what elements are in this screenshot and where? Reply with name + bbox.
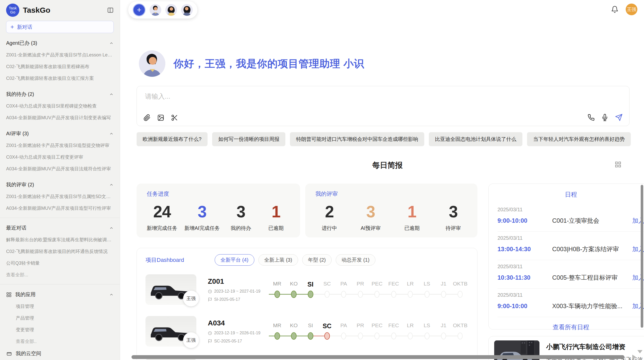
mic-icon[interactable] bbox=[601, 114, 608, 121]
milestone-line bbox=[396, 294, 402, 295]
section-my-review[interactable]: 我的评审 (2) bbox=[6, 180, 114, 190]
chevron-up-icon[interactable] bbox=[109, 92, 114, 97]
milestone-OKTB: OKTB bbox=[452, 322, 469, 340]
flag-icon bbox=[208, 339, 212, 343]
vertical-scrollbar[interactable] bbox=[641, 185, 643, 328]
sidebar-item-cloud-space[interactable]: 我的云空间 bbox=[6, 347, 114, 360]
scroll-right-icon[interactable] bbox=[632, 355, 636, 359]
main-area: + 王强 你好，王强，我是你的项目管理助理 小识 bbox=[120, 0, 644, 360]
message-input[interactable] bbox=[144, 92, 479, 101]
sidebar-item[interactable]: A034-全新新能源MUV产品开发项目法规符合性评审 bbox=[6, 163, 114, 175]
filter-chip-new-platform[interactable]: 全新平台 (4) bbox=[215, 254, 254, 266]
chevron-up-icon[interactable] bbox=[109, 226, 114, 230]
view-all-apps[interactable]: 查看全部.. bbox=[6, 336, 114, 347]
suggestion-chip[interactable]: 当下年轻人对汽车外观有怎样的喜好趋势 bbox=[527, 132, 631, 146]
sidebar-item[interactable]: C02-飞腾新能源轻客改款项目立项汇报方案 bbox=[6, 72, 114, 84]
stat-value: 3 bbox=[357, 202, 385, 221]
sidebar-item[interactable]: Z001-全新燃油轻卡产品开发项目SI造型提交物评审 bbox=[6, 140, 114, 151]
milestone-SC: SC bbox=[319, 281, 335, 298]
suggestion-chip[interactable]: 如何写一份清晰的项目周报 bbox=[212, 132, 285, 146]
stat-label: 新增完成任务 bbox=[147, 225, 177, 232]
filter-chip-powertrain[interactable]: 动总开发 (1) bbox=[336, 254, 375, 266]
project-image: 王强 bbox=[145, 316, 196, 347]
milestone-J1: J1 bbox=[435, 322, 452, 340]
suggestion-chip[interactable]: 特朗普可能对进口汽车增税会对中国车企造成哪些影响 bbox=[290, 132, 424, 146]
milestone-J1: J1 bbox=[435, 281, 452, 298]
schedule-name: X003-车辆动力学性能验... bbox=[552, 302, 632, 310]
layout-grid-icon[interactable] bbox=[614, 161, 622, 168]
phone-icon[interactable] bbox=[588, 114, 595, 121]
section-my-apps[interactable]: 我的应用 bbox=[6, 290, 114, 299]
stat-value: 3 bbox=[439, 202, 467, 221]
paperclip-icon[interactable] bbox=[143, 114, 151, 121]
project-row-a034[interactable]: 王强 A034 2023-12-19 ~ 2026-01-19 bbox=[145, 316, 469, 347]
suggestion-chip[interactable]: 比亚迪全固态电池计划具体说了什么 bbox=[429, 132, 522, 146]
sidebar-item[interactable]: 解释最新出台的欧盟报废车法规再生塑料比例被调至15%... bbox=[6, 234, 114, 246]
sidebar-item[interactable]: 公司Q3轻卡销量 bbox=[6, 257, 114, 269]
chevron-up-icon[interactable] bbox=[109, 131, 114, 136]
suggestion-chip[interactable]: 欧洲新规最近颁布了什么? bbox=[137, 132, 208, 146]
schedule-entry: 2025/03/11 9:00-10:00 X003-车辆动力学性能验... 加… bbox=[497, 289, 644, 317]
cloud-space-label: 我的云空间 bbox=[16, 350, 41, 357]
new-chat-button[interactable]: + 新对话 bbox=[6, 21, 114, 33]
project-row-z001[interactable]: 王强 Z001 2023-12-19 ~ 2027-01-19 bbox=[145, 274, 469, 305]
horizontal-scrollbar[interactable] bbox=[131, 355, 624, 359]
schedule-entry: 2025/03/11 10:30-11:30 C005-整车工程目标评审 加入 bbox=[497, 260, 644, 289]
app-item-change-mgmt[interactable]: 变更管理 bbox=[6, 324, 114, 336]
milestone-node bbox=[408, 333, 413, 339]
right-column: 日程 2025/03/11 9:00-10:00 C001-立项审批会 加入 2… bbox=[488, 184, 644, 360]
milestone-line bbox=[335, 294, 341, 295]
sidebar-item[interactable]: C02-飞腾新能源轻客改款项目的闭环通告反馈情况 bbox=[6, 246, 114, 257]
task-progress-card: 任务进度 24 新增完成任务 3 新增AI完成任务 bbox=[137, 184, 300, 237]
send-icon[interactable] bbox=[615, 114, 623, 121]
sidebar-header: Task Go TaskGo bbox=[6, 0, 114, 19]
sidebar-item[interactable]: C0X4-动力总成开发项目SI里程碑提交物检查 bbox=[6, 100, 114, 112]
milestone-node bbox=[274, 291, 280, 298]
sidebar-item[interactable]: A034-全新新能源MUV产品开发项目计划变更表编写 bbox=[6, 112, 114, 124]
section-ai-review[interactable]: AI评审 (3) bbox=[6, 129, 114, 139]
sidebar-item[interactable]: Z001-全新燃油轻卡产品开发项目SI节点属性5D文件评审 bbox=[6, 191, 114, 202]
app-item-product-mgmt[interactable]: 产品管理 bbox=[6, 312, 114, 324]
section-recent-chats[interactable]: 最近对话 bbox=[6, 223, 114, 233]
stat-review-overdue: 1 已逾期 bbox=[398, 202, 426, 232]
left-column: 任务进度 24 新增完成任务 3 新增AI完成任务 bbox=[137, 184, 477, 360]
milestone-label: LR bbox=[402, 322, 418, 330]
project-dates: 2023-12-19 ~ 2027-01-19 bbox=[208, 289, 269, 294]
app-item-project-mgmt[interactable]: 项目管理 bbox=[6, 301, 114, 312]
milestone-track: MRKOSISCPAPRPECFECLRLSJ1OKTB bbox=[269, 281, 469, 298]
chevron-up-icon[interactable] bbox=[109, 292, 114, 297]
composer-left-icons bbox=[143, 114, 178, 121]
milestone-line bbox=[363, 294, 369, 295]
section-agent-done[interactable]: Agent已办 (3) bbox=[6, 38, 114, 48]
milestone-line bbox=[452, 294, 458, 295]
filter-chip-year-model[interactable]: 年型 (2) bbox=[302, 254, 332, 266]
sidebar-item[interactable]: Z001-全新燃油皮卡产品开发项目SI节点Lesson Learn报告 bbox=[6, 49, 114, 61]
project-info: A034 2023-12-19 ~ 2026-01-19 SC-2025-05-… bbox=[208, 319, 269, 343]
milestone-node bbox=[441, 333, 446, 339]
sidebar-item[interactable]: A034-全新新能源MUV产品开发项目造型可行性评审 bbox=[6, 202, 114, 214]
sidebar-collapse-icon[interactable] bbox=[107, 7, 114, 13]
milestone-label: PR bbox=[352, 322, 369, 330]
sidebar-item[interactable]: C02-飞腾新能源轻客改款项目里程碑画布 bbox=[6, 61, 114, 72]
image-icon[interactable] bbox=[157, 114, 164, 121]
milestone-label: MR bbox=[269, 281, 285, 288]
scroll-down-icon[interactable] bbox=[637, 350, 642, 353]
view-all-chats[interactable]: 查看全部... bbox=[6, 269, 114, 281]
section-title: AI评审 (3) bbox=[6, 130, 29, 137]
grid-icon bbox=[6, 292, 12, 297]
view-all-schedule[interactable]: 查看所有日程 bbox=[497, 317, 644, 331]
scissors-icon[interactable] bbox=[171, 114, 178, 121]
app-logo: Task Go bbox=[6, 4, 19, 17]
main-content: 你好，王强，我是你的项目管理助理 小识 欧洲新规最近颁布了什么? 如何写一份清晰… bbox=[137, 0, 638, 360]
milestone-line bbox=[419, 336, 425, 336]
card-title: 任务进度 bbox=[147, 190, 290, 198]
chevron-up-icon[interactable] bbox=[109, 41, 114, 46]
filter-chip-new-body[interactable]: 全新上装 (3) bbox=[258, 254, 298, 266]
milestone-node bbox=[425, 291, 430, 298]
section-my-todo[interactable]: 我的待办 (2) bbox=[6, 89, 114, 99]
chevron-up-icon[interactable] bbox=[109, 183, 114, 187]
suggestion-chips: 欧洲新规最近颁布了什么? 如何写一份清晰的项目周报 特朗普可能对进口汽车增税会对… bbox=[137, 132, 630, 146]
milestone-line bbox=[302, 336, 308, 336]
sidebar-item[interactable]: C0X4-动力总成开发项目工程变更评审 bbox=[6, 151, 114, 163]
milestone-line bbox=[369, 294, 375, 295]
